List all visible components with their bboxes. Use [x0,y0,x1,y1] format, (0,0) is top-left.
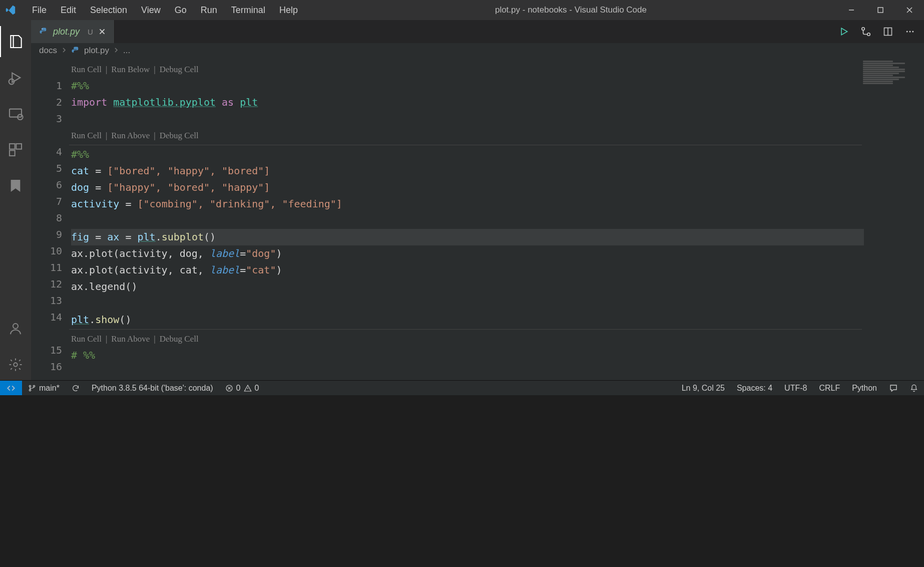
svg-point-21 [906,31,908,33]
codelens-debug-cell[interactable]: Debug Cell [160,127,199,144]
chevron-right-icon [61,46,67,56]
status-git-branch[interactable]: main* [22,384,66,393]
run-debug-icon[interactable] [0,62,31,93]
line-number-gutter: 1 2 3 4 5 6 7 8 9 10 11 12 13 14 15 16 [31,58,71,380]
activity-bar [0,20,31,380]
svg-rect-1 [878,8,883,13]
codelens-debug-cell[interactable]: Debug Cell [160,61,199,78]
codelens-run-cell[interactable]: Run Cell [71,127,102,144]
svg-point-22 [909,31,911,33]
codelens-cell-2: Run Cell| Run Above| Debug Cell [71,127,924,144]
svg-point-12 [14,363,18,367]
python-file-icon [39,27,48,36]
explorer-icon[interactable] [0,26,31,57]
svg-rect-10 [10,150,15,156]
chevron-right-icon [113,46,119,56]
menu-terminal[interactable]: Terminal [224,2,272,19]
python-file-icon [71,46,80,55]
vscode-logo-icon [5,5,16,16]
code-content[interactable]: Run Cell| Run Below| Debug Cell #%% impo… [71,58,924,380]
editor-area: plot.py U docs plot.py ... 1 [31,20,924,380]
editor-body[interactable]: 1 2 3 4 5 6 7 8 9 10 11 12 13 14 15 16 [31,58,924,380]
title-bar: File Edit Selection View Go Run Terminal… [0,0,924,20]
codelens-cell-3: Run Cell| Run Above| Debug Cell [71,331,924,347]
svg-point-11 [13,324,18,329]
status-bar: main* Python 3.8.5 64-bit ('base': conda… [0,380,924,395]
svg-marker-16 [841,28,847,35]
svg-point-23 [912,31,913,33]
breadcrumb-tail[interactable]: ... [123,46,130,56]
codelens-run-above[interactable]: Run Above [111,331,150,347]
more-actions-icon[interactable] [904,26,916,38]
menu-run[interactable]: Run [194,2,224,19]
menu-selection[interactable]: Selection [83,2,134,19]
editor-tabs: plot.py U [31,20,924,43]
menu-view[interactable]: View [134,2,168,19]
account-icon[interactable] [0,313,31,344]
split-editor-icon[interactable] [882,26,894,38]
status-cursor-position[interactable]: Ln 9, Col 25 [676,384,731,393]
tab-modified-badge: U [88,28,93,36]
menu-bar: File Edit Selection View Go Run Terminal… [25,2,305,19]
menu-help[interactable]: Help [272,2,305,19]
status-language-mode[interactable]: Python [846,384,883,393]
minimap[interactable] [863,60,923,90]
settings-gear-icon[interactable] [0,349,31,380]
codelens-debug-cell[interactable]: Debug Cell [160,331,199,347]
svg-point-18 [867,33,870,36]
status-problems[interactable]: 0 0 [219,384,265,393]
tab-plot-py[interactable]: plot.py U [31,20,115,43]
cell-divider [69,329,862,330]
status-indentation[interactable]: Spaces: 4 [731,384,778,393]
window-minimize-button[interactable] [837,0,866,20]
status-notifications-icon[interactable] [904,384,924,392]
breadcrumb: docs plot.py ... [31,43,924,58]
breadcrumb-folder[interactable]: docs [39,46,57,56]
remote-indicator[interactable] [0,381,22,395]
svg-marker-4 [12,73,20,83]
svg-rect-8 [10,144,15,149]
tab-filename: plot.py [53,27,80,37]
svg-rect-9 [16,144,22,149]
menu-go[interactable]: Go [168,2,194,19]
codelens-run-cell[interactable]: Run Cell [71,331,102,347]
status-encoding[interactable]: UTF-8 [778,384,813,393]
active-line: fig = ax = plt.subplot() [71,229,864,245]
bookmark-icon[interactable] [0,170,31,201]
codelens-cell-1: Run Cell| Run Below| Debug Cell [71,61,924,78]
compare-changes-icon[interactable] [860,26,872,38]
svg-point-17 [862,28,865,31]
status-feedback-icon[interactable] [883,384,904,393]
run-file-icon[interactable] [838,26,850,38]
status-sync-icon[interactable] [66,384,86,392]
cell-divider [69,145,862,145]
menu-file[interactable]: File [25,2,54,19]
window-maximize-button[interactable] [866,0,895,20]
status-interpreter[interactable]: Python 3.8.5 64-bit ('base': conda) [86,384,219,393]
remote-explorer-icon[interactable] [0,98,31,129]
menu-edit[interactable]: Edit [54,2,83,19]
svg-point-25 [29,389,31,391]
editor-actions [838,20,924,43]
codelens-run-below[interactable]: Run Below [111,61,150,78]
window-title: plot.py - notebooks - Visual Studio Code [305,5,837,15]
svg-point-13 [42,29,43,30]
breadcrumb-file[interactable]: plot.py [84,46,109,56]
codelens-run-cell[interactable]: Run Cell [71,61,102,78]
codelens-run-above[interactable]: Run Above [111,127,150,144]
extensions-icon[interactable] [0,134,31,165]
tab-close-icon[interactable] [98,28,106,36]
svg-rect-6 [10,109,22,117]
window-close-button[interactable] [895,0,924,20]
svg-point-24 [29,385,31,387]
status-eol[interactable]: CRLF [813,384,846,393]
svg-point-26 [33,385,35,387]
